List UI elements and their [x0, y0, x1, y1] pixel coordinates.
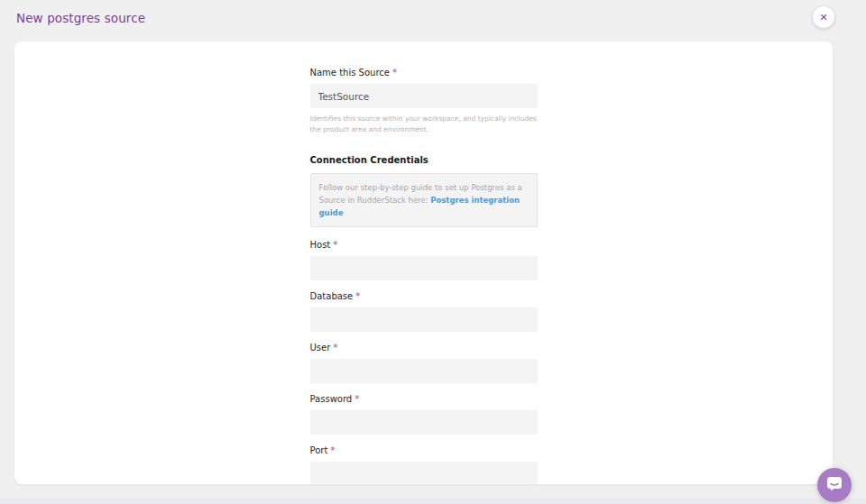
port-input[interactable]: [310, 462, 538, 484]
close-icon: ✕: [819, 13, 827, 23]
field-group-host: Host*: [310, 239, 538, 280]
required-asterisk: *: [355, 394, 359, 404]
field-group-password: Password*: [310, 393, 538, 435]
required-asterisk: *: [333, 343, 337, 353]
host-field-label-text: Host: [310, 240, 331, 250]
field-group-port: Port*: [310, 444, 538, 484]
close-button[interactable]: ✕: [813, 6, 834, 28]
field-group-database: Database*: [310, 290, 538, 332]
required-asterisk: *: [333, 240, 337, 250]
modal-header: New postgres source ✕: [0, 0, 866, 38]
bottom-edge-divider: [0, 499, 866, 504]
port-field-label-text: Port: [310, 445, 328, 455]
required-asterisk: *: [392, 68, 397, 78]
required-asterisk: *: [330, 445, 335, 455]
source-form-card: Name this Source* Identifies this source…: [14, 41, 833, 484]
password-field-label-text: Password: [310, 394, 353, 404]
field-group-user: User*: [310, 342, 538, 383]
database-field-label: Database*: [310, 290, 538, 303]
form-column: Name this Source* Identifies this source…: [310, 41, 538, 484]
page-title: New postgres source: [16, 11, 145, 25]
database-input[interactable]: [310, 307, 538, 332]
chat-launcher-button[interactable]: [817, 468, 852, 502]
section-heading-connection-credentials: Connection Credentials: [310, 155, 538, 165]
name-field-label: Name this Source*: [310, 67, 538, 79]
port-field-label: Port*: [310, 444, 538, 457]
source-name-input[interactable]: [310, 84, 538, 108]
password-field-label: Password*: [310, 393, 538, 406]
user-input[interactable]: [310, 359, 538, 383]
host-input[interactable]: [310, 256, 538, 280]
name-field-help-text: Identifies this source within your works…: [310, 114, 538, 135]
name-field-label-text: Name this Source: [310, 68, 390, 78]
host-field-label: Host*: [310, 239, 538, 252]
integration-guide-info-box: Follow our step-by-step guide to set up …: [310, 173, 538, 227]
password-input[interactable]: [310, 410, 538, 435]
user-field-label-text: User: [310, 343, 331, 353]
user-field-label: User*: [310, 342, 538, 354]
chat-bubble-icon: [826, 476, 843, 495]
database-field-label-text: Database: [310, 291, 354, 301]
required-asterisk: *: [355, 291, 360, 301]
